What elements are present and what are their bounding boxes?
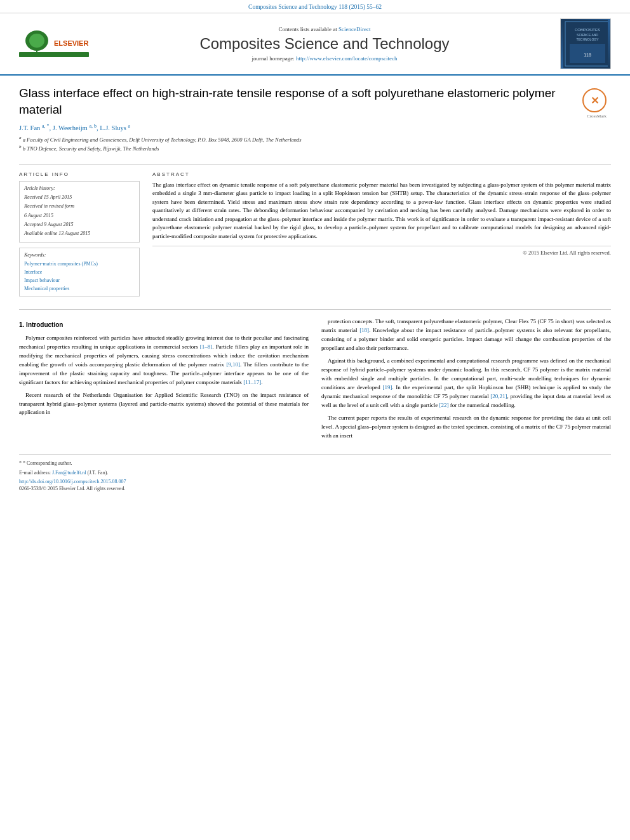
keyword-4: Mechanical properties <box>24 285 135 293</box>
corresponding-author-note: * * Corresponding author. <box>19 460 611 467</box>
homepage-label: journal homepage: <box>252 55 295 62</box>
ref-22[interactable]: [22] <box>439 402 448 408</box>
ref-11-17[interactable]: [11–17] <box>243 379 261 385</box>
journal-cover-image: COMPOSITES SCIENCE AND TECHNOLOGY 118 <box>560 18 611 69</box>
article-authors: J.T. Fan a, *, J. Weerheijm a, b, L.J. S… <box>19 123 573 131</box>
journal-homepage: journal homepage: http://www.elsevier.co… <box>102 55 547 62</box>
abstract-label: ABSTRACT <box>152 171 611 177</box>
corresponding-star: * <box>19 460 22 466</box>
right-para-2: Against this background, a combined expe… <box>321 357 611 410</box>
journal-header-center: Contents lists available at ScienceDirec… <box>95 26 554 62</box>
journal-cover-icon: COMPOSITES SCIENCE AND TECHNOLOGY 118 <box>563 20 608 68</box>
intro-para-1: Polymer composites reinforced with parti… <box>19 334 309 387</box>
ref-18[interactable]: [18] <box>359 327 369 333</box>
contents-available-text: Contents lists available at <box>279 26 337 32</box>
received-revised-label: Received in revised form <box>24 203 135 210</box>
affiliation-b: b b TNO Defence, Security and Safety, Ri… <box>19 143 573 153</box>
right-para-3: The current paper reports the results of… <box>321 414 611 441</box>
elsevier-logo-section: ELSEVIER <box>13 27 95 62</box>
main-content: Glass interface effect on high-strain-ra… <box>0 76 630 501</box>
ref-20-21[interactable]: [20,21] <box>490 393 507 399</box>
article-info-abstract-row: ARTICLE INFO Article history: Received 1… <box>19 164 611 302</box>
crossmark-label: CrossMark <box>582 114 611 119</box>
svg-rect-0 <box>19 52 89 57</box>
affiliation-a: a a Faculty of Civil Engineering and Geo… <box>19 135 573 144</box>
article-title: Glass interface effect on high-strain-ra… <box>19 85 573 117</box>
email-person: (J.T. Fan). <box>88 470 109 476</box>
keyword-1: Polymer-matrix composites (PMCs) <box>24 260 135 269</box>
history-label: Article history: <box>24 185 135 192</box>
copyright-line: © 2015 Elsevier Ltd. All rights reserved… <box>152 246 611 256</box>
accepted-date: Accepted 9 August 2015 <box>24 221 135 228</box>
article-info-label: ARTICLE INFO <box>19 171 140 177</box>
article-history-box: Article history: Received 15 April 2015 … <box>19 181 140 243</box>
email-link[interactable]: J.Fan@tudelft.nl <box>52 470 88 476</box>
svg-text:ELSEVIER: ELSEVIER <box>54 39 88 47</box>
intro-para-2: Recent research of the Netherlands Organ… <box>19 391 309 418</box>
svg-text:SCIENCE AND: SCIENCE AND <box>577 33 598 37</box>
email-label: E-mail address: <box>19 470 51 476</box>
ref-1-8[interactable]: [1–8] <box>200 343 213 350</box>
abstract-text: The glass interface effect on dynamic te… <box>152 181 611 241</box>
body-left-col: 1. Introduction Polymer composites reinf… <box>19 317 309 444</box>
available-date: Available online 13 August 2015 <box>24 230 135 237</box>
svg-text:118: 118 <box>584 53 591 57</box>
body-two-col: 1. Introduction Polymer composites reinf… <box>19 317 611 444</box>
article-info-col: ARTICLE INFO Article history: Received 1… <box>19 171 140 302</box>
abstract-paragraph: The glass interface effect on dynamic te… <box>152 181 611 241</box>
footer-section: * * Corresponding author. E-mail address… <box>19 454 611 491</box>
keyword-3: Impact behaviour <box>24 277 135 285</box>
ref-19[interactable]: [19] <box>382 384 392 390</box>
article-title-section: Glass interface effect on high-strain-ra… <box>19 85 611 158</box>
section-divider <box>19 309 611 310</box>
abstract-col: ABSTRACT The glass interface effect on d… <box>152 171 611 302</box>
journal-cover-section: COMPOSITES SCIENCE AND TECHNOLOGY 118 <box>554 18 617 69</box>
keywords-box: Keywords: Polymer-matrix composites (PMC… <box>19 248 140 297</box>
homepage-link[interactable]: http://www.elsevier.com/locate/compscite… <box>296 55 397 62</box>
crossmark-section: ✕ CrossMark <box>582 88 611 119</box>
email-note: E-mail address: J.Fan@tudelft.nl (J.T. F… <box>19 469 611 477</box>
journal-header: ELSEVIER Contents lists available at Sci… <box>0 13 630 76</box>
svg-point-2 <box>29 34 44 48</box>
ref-9-10[interactable]: [9,10] <box>226 361 240 368</box>
doi-line: http://dx.doi.org/10.1016/j.compscitech.… <box>19 479 611 484</box>
sciencedirect-line: Contents lists available at ScienceDirec… <box>102 26 547 32</box>
right-para-1: protection concepts. The soft, transpare… <box>321 317 611 353</box>
body-right-col: protection concepts. The soft, transpare… <box>321 317 611 444</box>
svg-text:COMPOSITES: COMPOSITES <box>575 28 600 32</box>
journal-reference: Composites Science and Technology 118 (2… <box>248 4 382 10</box>
article-title-text: Glass interface effect on high-strain-ra… <box>19 85 573 153</box>
elsevier-logo-icon: ELSEVIER <box>19 27 89 62</box>
doi-link[interactable]: http://dx.doi.org/10.1016/j.compscitech.… <box>19 479 126 484</box>
crossmark-icon: ✕ <box>582 88 607 112</box>
journal-title: Composites Science and Technology <box>102 35 547 53</box>
revised-date: 6 August 2015 <box>24 212 135 219</box>
issn-line: 0266-3538/© 2015 Elsevier Ltd. All right… <box>19 486 611 491</box>
corresponding-label: * Corresponding author. <box>23 460 72 466</box>
authors-text: J.T. Fan a, *, J. Weerheijm a, b, L.J. S… <box>19 124 130 131</box>
top-bar: Composites Science and Technology 118 (2… <box>0 0 630 13</box>
received-date: Received 15 April 2015 <box>24 194 135 201</box>
keywords-label: Keywords: <box>24 251 135 258</box>
affiliations: a a Faculty of Civil Engineering and Geo… <box>19 135 573 153</box>
svg-text:TECHNOLOGY: TECHNOLOGY <box>576 37 599 41</box>
sciencedirect-link[interactable]: ScienceDirect <box>338 26 370 32</box>
intro-heading: 1. Introduction <box>19 320 309 330</box>
keyword-2: Interface <box>24 269 135 277</box>
